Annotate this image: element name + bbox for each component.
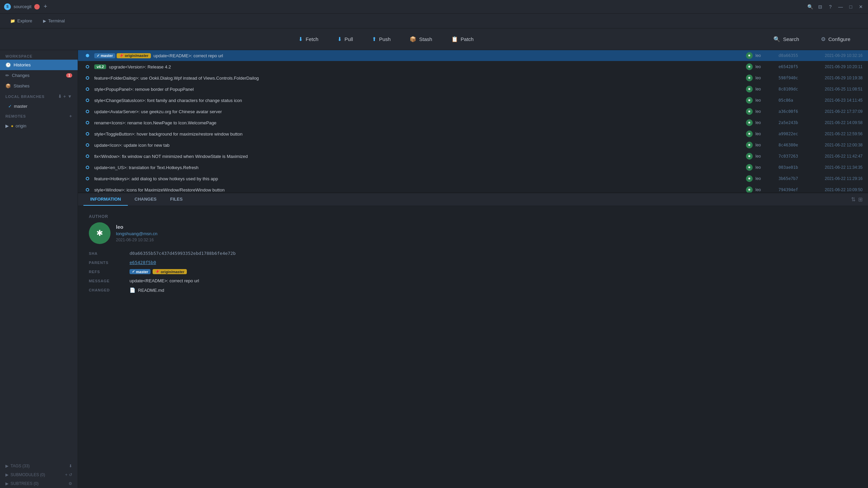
sidebar-item-stashes[interactable]: 📦 Stashes [0,81,78,91]
commit-message: style<ToggleButton>: hover background fo… [94,131,743,137]
commit-row[interactable]: feature<FolderDailog>: use Ookii.Dialog.… [78,73,868,84]
commit-graph [83,110,92,113]
commit-row[interactable]: style<ToggleButton>: hover background fo… [78,128,868,140]
patch-button[interactable]: 📋 Patch [442,33,483,46]
search-button[interactable]: 🔍 Search [764,33,809,46]
help-icon[interactable]: ? [827,4,833,10]
commit-row[interactable]: update<en_US>: translation for Text.Hotk… [78,162,868,173]
commit-date: 2021-06-22 17:37:09 [808,109,863,114]
commit-sha: 05c86a [778,98,806,103]
commit-message: update<en_US>: translation for Text.Hotk… [94,165,743,170]
ref-tag-origin-master: 📌 origin/master [153,269,187,274]
commit-graph [83,143,92,147]
commit-row[interactable]: style<Window>: icons for MaximizeWindow/… [78,184,868,192]
minimize-button[interactable]: — [837,4,844,10]
submodules-refresh-icon[interactable]: ↺ [69,472,72,477]
commit-avatar: ✱ [746,153,753,160]
refs-key: REFS [89,269,130,274]
sidebar-item-changes[interactable]: ✏ Changes 1 [0,70,78,81]
stashes-icon: 📦 [5,83,11,88]
commit-avatar: ✱ [746,186,753,192]
remote-origin[interactable]: ▶ ● origin [0,121,78,130]
author-email: longshuang@msn.cn [116,231,157,236]
detail-tabs: INFORMATION CHANGES FILES ⇅ ⊞ [78,193,868,206]
sidebar-branch-master[interactable]: ✓ master [0,102,78,111]
commit-row[interactable]: rename<Icons>: rename Icon.NewPage to Ic… [78,117,868,128]
commit-sha: a36c00f6 [778,109,806,114]
tags-group[interactable]: ▶ TAGS (33) ⬇ [0,462,78,470]
commit-row[interactable]: v4.2upgrade<Version>: Release 4.2✱leoe65… [78,61,868,73]
fetch-icon: ⬇ [298,36,303,42]
commit-row[interactable]: update<Icon>: update icon for new tab✱le… [78,140,868,151]
commit-dot [86,110,89,113]
remotes-add-icon[interactable]: + [70,114,72,119]
window-close-button[interactable]: ✕ [858,4,864,10]
commit-row[interactable]: feature<Hotkeys>: add dialog to show hot… [78,173,868,184]
sidebar-changes-label: Changes [12,73,29,78]
sidebar-item-histories[interactable]: 🕐 Histories [0,60,78,70]
remotes-actions: + [70,114,72,119]
new-tab-button[interactable]: + [42,3,49,10]
tags-fetch-icon[interactable]: ⬇ [69,464,72,468]
subtrees-add-icon[interactable]: ⚙ [68,481,72,486]
commit-row[interactable]: ✓ master📌 origin/masterupdate<README>: c… [78,50,868,61]
commit-sha: 598f940c [778,76,806,80]
remotes-header: REMOTES + [0,111,78,121]
tab-terminal[interactable]: ▶ Terminal [38,16,70,25]
branch-fetch-icon[interactable]: ⬇ [58,94,62,99]
content-area: ✓ master📌 origin/masterupdate<README>: c… [78,50,868,488]
tab-explore[interactable]: 📁 Explore [5,16,37,25]
commit-message: fix<Window>: fix window can NOT minimize… [94,154,743,159]
commit-graph [83,54,92,57]
patch-label: Patch [461,36,474,42]
configure-label: Configure [828,36,850,42]
app-logo: S [4,3,11,10]
fullscreen-icon[interactable]: ⊞ [858,196,863,203]
commit-avatar: ✱ [746,86,753,93]
commit-dot [86,54,89,57]
local-branches-label: LOCAL BRANCHES [5,95,44,99]
commit-sha: e65428f5 [778,64,806,69]
commit-author: leo [755,165,776,170]
split-view-icon[interactable]: ⇅ [851,196,855,203]
commit-dot [86,121,89,124]
commit-row[interactable]: style<ChangeStatusIcon>: font family and… [78,95,868,106]
commit-row[interactable]: style<PopupPanel>: remove border of Popu… [78,84,868,95]
commit-dot [86,87,89,91]
submodules-group[interactable]: ▶ SUBMODULES (0) + ↺ [0,470,78,479]
remote-origin-label: origin [16,123,26,128]
commit-list[interactable]: ✓ master📌 origin/masterupdate<README>: c… [78,50,868,192]
tab-information[interactable]: INFORMATION [83,193,128,206]
stash-button[interactable]: 📦 Stash [400,33,441,46]
commit-sha: a99822ec [778,131,806,136]
commit-date: 2021-06-23 14:11:45 [808,98,863,103]
submodules-label: SUBMODULES (0) [11,472,45,477]
commit-avatar: ✱ [746,142,753,148]
parents-key: PARENTS [89,260,130,265]
commit-sha: d0a66355 [778,53,806,58]
maximize-button[interactable]: □ [848,4,854,10]
subtrees-group[interactable]: ▶ SUBTREES (0) ⚙ [0,479,78,488]
push-button[interactable]: ⬆ Push [362,33,400,46]
search-toolbar-icon: 🔍 [773,36,780,42]
pull-button[interactable]: ⬇ Pull [328,33,362,46]
commit-message: update<Icon>: update icon for new tab [94,143,743,148]
app-title: sourcegit [14,4,32,9]
fetch-button[interactable]: ⬇ Fetch [289,33,328,46]
branch-filter-icon[interactable]: ▼ [67,94,72,99]
commit-sha: 3b65e7b7 [778,176,806,181]
submodules-add-icon[interactable]: + [65,472,67,477]
commit-row[interactable]: update<AvatarServer>: use geekzu.org for… [78,106,868,117]
commit-message: rename<Icons>: rename Icon.NewPage to Ic… [94,120,743,125]
commit-date: 2021-06-29 10:20:11 [808,64,863,69]
settings-icon[interactable]: ⊟ [817,4,823,10]
close-tab-button[interactable] [34,4,40,9]
commit-row[interactable]: fix<Window>: fix window can NOT minimize… [78,151,868,162]
search-icon[interactable]: 🔍 [807,4,813,10]
branch-add-icon[interactable]: + [63,94,66,99]
configure-button[interactable]: ⚙ Configure [811,33,860,46]
tab-changes[interactable]: CHANGES [128,193,163,206]
detail-tab-actions: ⇅ ⊞ [851,196,863,203]
tab-files[interactable]: FILES [163,193,190,206]
parents-value[interactable]: e65428f5b0 [130,260,857,265]
